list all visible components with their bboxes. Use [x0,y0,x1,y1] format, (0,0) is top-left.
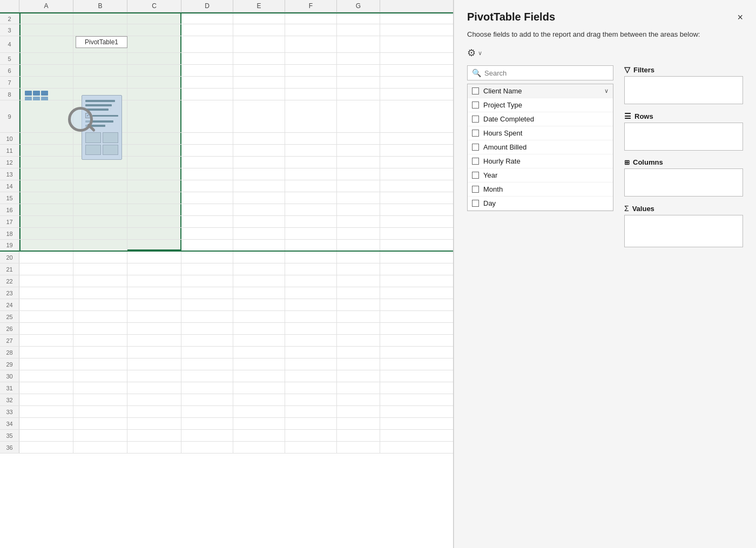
cell-f17[interactable] [285,216,337,227]
cell-f26[interactable] [285,323,337,334]
cell-e3[interactable] [233,24,285,36]
search-input[interactable] [484,69,609,77]
cell-c16[interactable] [127,204,181,215]
cell-b17[interactable] [73,216,127,227]
cell-a35[interactable] [19,430,73,441]
cell-a22[interactable] [19,275,73,287]
field-item-year[interactable]: Year [468,168,613,182]
cell-a32[interactable] [19,394,73,405]
cell-e27[interactable] [233,335,285,346]
cell-b3[interactable] [73,24,127,36]
cell-e19[interactable] [233,240,285,251]
checkbox-date-completed[interactable] [472,116,479,123]
cell-g29[interactable] [337,358,380,370]
cell-d23[interactable] [181,287,233,299]
cell-d9[interactable] [181,100,233,132]
cell-d29[interactable] [181,358,233,370]
cell-g21[interactable] [337,263,380,275]
cell-f24[interactable] [285,299,337,310]
cell-g22[interactable] [337,275,380,287]
cell-e11[interactable] [233,145,285,156]
cell-c32[interactable] [127,394,181,405]
cell-c4[interactable] [127,36,181,52]
cell-g14[interactable] [337,180,380,192]
cell-b14[interactable] [73,180,127,192]
cell-d18[interactable] [181,228,233,239]
cell-c19[interactable] [127,240,181,251]
cell-a19[interactable] [19,240,73,251]
cell-b2[interactable] [73,13,127,24]
col-header-g[interactable]: G [337,0,380,12]
cell-d35[interactable] [181,430,233,441]
cell-c2[interactable] [127,13,181,24]
cell-b33[interactable] [73,406,127,417]
cell-a11[interactable] [19,145,73,156]
cell-g32[interactable] [337,394,380,405]
cell-g24[interactable] [337,299,380,310]
cell-b22[interactable] [73,275,127,287]
cell-d12[interactable] [181,157,233,168]
cell-e7[interactable] [233,77,285,88]
cell-f2[interactable] [285,13,337,24]
cell-g19[interactable] [337,240,380,251]
cell-c34[interactable] [127,418,181,429]
cell-e14[interactable] [233,180,285,192]
cell-a23[interactable] [19,287,73,299]
col-header-f[interactable]: F [285,0,337,12]
field-item-hourly-rate[interactable]: Hourly Rate [468,154,613,168]
cell-e12[interactable] [233,157,285,168]
cell-a5[interactable] [19,53,73,64]
cell-a13[interactable] [19,168,73,180]
cell-a33[interactable] [19,406,73,417]
cell-d2[interactable] [181,13,233,24]
cell-f15[interactable] [285,192,337,204]
cell-d32[interactable] [181,394,233,405]
cell-f30[interactable] [285,370,337,382]
gear-button[interactable]: ⚙ ∨ [467,47,482,59]
cell-f28[interactable] [285,347,337,358]
field-item-month[interactable]: Month [468,182,613,197]
cell-a30[interactable] [19,370,73,382]
cell-f21[interactable] [285,263,337,275]
cell-c24[interactable] [127,299,181,310]
cell-g30[interactable] [337,370,380,382]
cell-e16[interactable] [233,204,285,215]
cell-g13[interactable] [337,168,380,180]
cell-b28[interactable] [73,347,127,358]
cell-c9[interactable] [127,100,181,132]
cell-d21[interactable] [181,263,233,275]
cell-f16[interactable] [285,204,337,215]
cell-g5[interactable] [337,53,380,64]
col-header-b[interactable]: B [73,0,127,12]
cell-d25[interactable] [181,311,233,322]
cell-d14[interactable] [181,180,233,192]
cell-e17[interactable] [233,216,285,227]
cell-b6[interactable] [73,65,127,76]
cell-d5[interactable] [181,53,233,64]
cell-a36[interactable] [19,442,73,453]
cell-d33[interactable] [181,406,233,417]
col-header-c[interactable]: C [127,0,181,12]
cell-d24[interactable] [181,299,233,310]
cell-d10[interactable] [181,133,233,144]
cell-a29[interactable] [19,358,73,370]
cell-g25[interactable] [337,311,380,322]
cell-g35[interactable] [337,430,380,441]
cell-f34[interactable] [285,418,337,429]
cell-g6[interactable] [337,65,380,76]
cell-e26[interactable] [233,323,285,334]
cell-a34[interactable] [19,418,73,429]
cell-d28[interactable] [181,347,233,358]
cell-d16[interactable] [181,204,233,215]
cell-d22[interactable] [181,275,233,287]
cell-e5[interactable] [233,53,285,64]
cell-e29[interactable] [233,358,285,370]
chevron-down-icon[interactable]: ∨ [604,87,609,94]
cell-c28[interactable] [127,347,181,358]
cell-a17[interactable] [19,216,73,227]
values-drop-zone[interactable] [624,215,743,247]
cell-b30[interactable] [73,370,127,382]
cell-a3[interactable] [19,24,73,36]
cell-b24[interactable] [73,299,127,310]
field-item-date-completed[interactable]: Date Completed [468,112,613,126]
